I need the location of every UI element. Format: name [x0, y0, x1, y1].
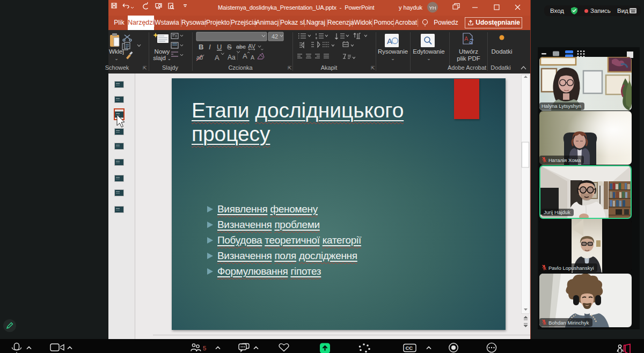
svg-text:5: 5	[203, 345, 206, 351]
svg-text:S: S	[227, 43, 232, 51]
svg-text:U: U	[217, 43, 222, 51]
svg-text:A: A	[215, 54, 219, 62]
svg-text:Aa: Aa	[228, 54, 236, 61]
svg-text:CC: CC	[406, 345, 413, 351]
svg-text:YH: YH	[429, 5, 436, 11]
svg-text:I: I	[209, 43, 211, 51]
svg-text:A: A	[243, 52, 247, 60]
svg-text:AV: AV	[248, 43, 256, 49]
svg-text:A: A	[464, 35, 469, 42]
svg-text:abc: abc	[236, 43, 246, 50]
svg-text:A: A	[387, 36, 392, 46]
svg-text:A: A	[251, 54, 254, 61]
svg-text:42: 42	[272, 33, 278, 40]
svg-text:B: B	[199, 43, 203, 51]
